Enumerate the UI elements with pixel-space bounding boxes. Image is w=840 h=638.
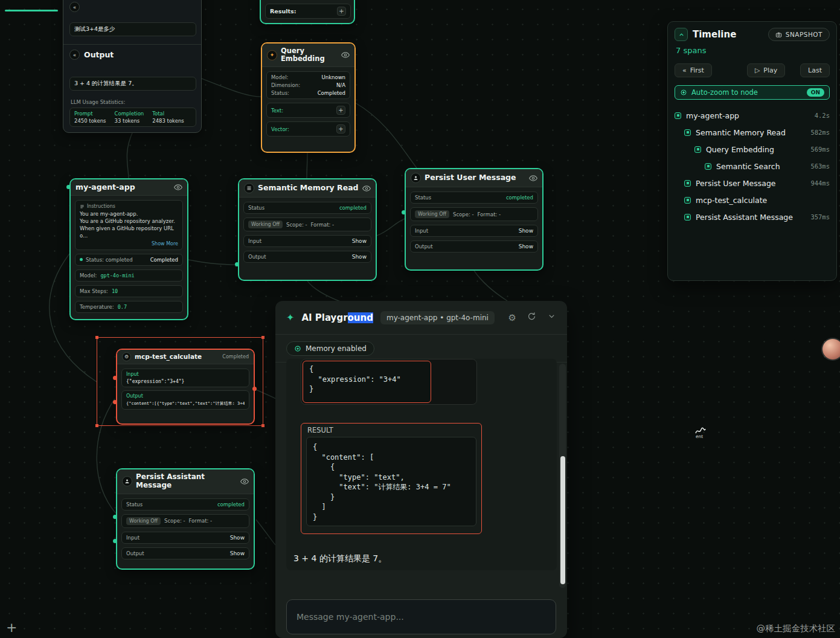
- span-status-icon: [684, 214, 691, 221]
- port[interactable]: [113, 539, 117, 543]
- collapse-icon[interactable]: «: [69, 2, 80, 12]
- port[interactable]: [252, 387, 257, 391]
- add-icon[interactable]: +: [337, 7, 346, 16]
- show-button[interactable]: Show: [230, 550, 245, 556]
- output-section-title: Output: [84, 50, 114, 59]
- user-input-text: 测试3+4是多少: [74, 25, 115, 33]
- chat-area[interactable]: { "expression": "3+4" } RESULT { "conten…: [286, 359, 557, 570]
- node-header: ⚙ mcp-test_calculate Completed: [117, 350, 254, 364]
- settings-gear-icon[interactable]: ⚙: [508, 312, 516, 323]
- eye-icon[interactable]: [362, 184, 371, 193]
- text-field-label: Text:: [271, 108, 283, 114]
- port[interactable]: [235, 262, 239, 266]
- tool-args-code: { "expression": "3+4" }: [309, 364, 425, 395]
- user-avatar[interactable]: [822, 339, 840, 359]
- add-icon[interactable]: +: [336, 124, 345, 134]
- conversation-output-node[interactable]: « 测试3+4是多少 « Output 3 + 4 的计算结果是 7。 LLM …: [63, 0, 202, 133]
- instructions-text: You are my-agent-app. You are a GitHub r…: [80, 211, 178, 240]
- collaborator-cursor: ent: [694, 427, 707, 439]
- message-input[interactable]: [286, 599, 556, 634]
- tool-icon: ⚙: [122, 352, 131, 361]
- node-title: Query Embedding: [281, 47, 338, 63]
- mcp-tool-node[interactable]: ⚙ mcp-test_calculate Completed Input {"e…: [116, 349, 255, 425]
- max-steps-row: Max Steps: 10: [75, 285, 183, 297]
- canvas[interactable]: « 测试3+4是多少 « Output 3 + 4 的计算结果是 7。 LLM …: [0, 0, 840, 638]
- memory-icon: [294, 345, 301, 352]
- eye-icon[interactable]: [174, 183, 182, 192]
- port[interactable]: [113, 376, 117, 380]
- status-row: Status: completed Completed: [75, 254, 183, 266]
- vector-field-row: Vector: +: [266, 121, 350, 137]
- show-button[interactable]: Show: [352, 238, 367, 244]
- show-button[interactable]: Show: [352, 254, 367, 260]
- port[interactable]: [66, 185, 71, 189]
- span-row[interactable]: Query Embedding 569ms: [675, 141, 830, 158]
- status-row: Status completed: [121, 498, 249, 511]
- last-button[interactable]: Last: [800, 63, 830, 77]
- auto-zoom-row[interactable]: Auto-zoom to node ON: [675, 85, 830, 100]
- chevron-up-icon[interactable]: [675, 28, 688, 41]
- working-row: Working Off Scope: - Format: -: [410, 207, 538, 221]
- scrollbar-track[interactable]: [559, 364, 566, 588]
- working-chip: Working Off: [415, 210, 449, 218]
- show-button[interactable]: Show: [519, 228, 533, 234]
- model-row: Model: gpt-4o-mini: [75, 269, 183, 282]
- text-field-row: Text: +: [266, 103, 350, 118]
- show-button[interactable]: Show: [230, 535, 245, 541]
- persist-assistant-message-node[interactable]: Persist Assistant Message Status complet…: [116, 468, 255, 570]
- result-code-block: { "content": [ { "type": "text", "text":…: [306, 437, 476, 526]
- span-row[interactable]: Persist User Message 944ms: [675, 175, 830, 192]
- auto-zoom-toggle[interactable]: ON: [807, 88, 824, 97]
- span-status-icon: [705, 163, 711, 170]
- persist-user-message-node[interactable]: Persist User Message Status completed Wo…: [405, 168, 543, 271]
- port[interactable]: [402, 210, 406, 214]
- embedding-info: Model: Unknown Dimension: N/A Status: Co…: [266, 71, 350, 99]
- results-label: Results:: [270, 8, 296, 14]
- vector-field-label: Vector:: [271, 126, 289, 132]
- span-row[interactable]: Semantic Search 563ms: [675, 158, 830, 175]
- chevron-down-icon[interactable]: [547, 312, 556, 323]
- usage-title: LLM Usage Statistics:: [71, 99, 125, 105]
- eye-icon[interactable]: [529, 174, 537, 182]
- results-node[interactable]: Results: +: [260, 0, 355, 24]
- span-row[interactable]: my-agent-app 4.2s: [675, 107, 830, 124]
- input-row: Input Show: [121, 532, 249, 544]
- sparkle-icon: ✦: [286, 312, 294, 323]
- timeline-panel: Timeline SNAPSHOT 7 spans « First ▷ Play…: [667, 21, 837, 281]
- port[interactable]: [113, 400, 117, 404]
- play-button[interactable]: ▷ Play: [747, 63, 785, 77]
- agent-model-chip[interactable]: my-agent-app • gpt-4o-mini: [380, 311, 495, 324]
- query-embedding-node[interactable]: ✦ Query Embedding Model: Unknown Dimensi…: [261, 42, 356, 153]
- show-more-link[interactable]: Show More: [80, 241, 178, 246]
- target-icon: [680, 89, 687, 96]
- embedding-icon: ✦: [267, 50, 277, 60]
- eye-icon[interactable]: [240, 477, 249, 486]
- result-label: RESULT: [307, 426, 476, 434]
- node-title: Semantic Memory Read: [258, 184, 359, 192]
- eye-icon[interactable]: [341, 51, 350, 59]
- span-row[interactable]: Persist Assistant Message 357ms: [675, 208, 830, 225]
- refresh-icon[interactable]: [527, 312, 536, 323]
- show-button[interactable]: Show: [519, 243, 533, 250]
- semantic-memory-read-node[interactable]: Semantic Memory Read Status completed Wo…: [238, 178, 377, 281]
- scrollbar-thumb[interactable]: [560, 456, 565, 584]
- playground-header: ✦ AI Playground my-agent-app • gpt-4o-mi…: [275, 301, 567, 335]
- snapshot-button[interactable]: SNAPSHOT: [768, 28, 830, 41]
- node-title: my-agent-app: [75, 183, 170, 192]
- first-button[interactable]: « First: [675, 63, 712, 77]
- span-row[interactable]: mcp-test_calculate: [675, 192, 830, 208]
- output-pill: 3 + 4 的计算结果是 7。: [69, 77, 196, 91]
- collapse-icon[interactable]: «: [69, 50, 80, 60]
- add-icon[interactable]: +: [336, 106, 345, 115]
- watermark: @稀土掘金技术社区: [757, 623, 836, 634]
- camera-icon: [775, 31, 782, 38]
- agent-node[interactable]: my-agent-app Instructions You are my-age…: [69, 178, 188, 320]
- zoom-in-button[interactable]: +: [6, 620, 17, 635]
- node-header: my-agent-app: [71, 179, 187, 196]
- node-header: Semantic Memory Read: [239, 179, 376, 198]
- span-row[interactable]: Semantic Memory Read 582ms: [675, 124, 830, 141]
- port[interactable]: [113, 515, 117, 519]
- temperature-row: Temperature: 0.7: [75, 301, 183, 313]
- cursor-label: ent: [696, 434, 703, 439]
- usage-prompt: Prompt 2450 tokens: [74, 111, 106, 124]
